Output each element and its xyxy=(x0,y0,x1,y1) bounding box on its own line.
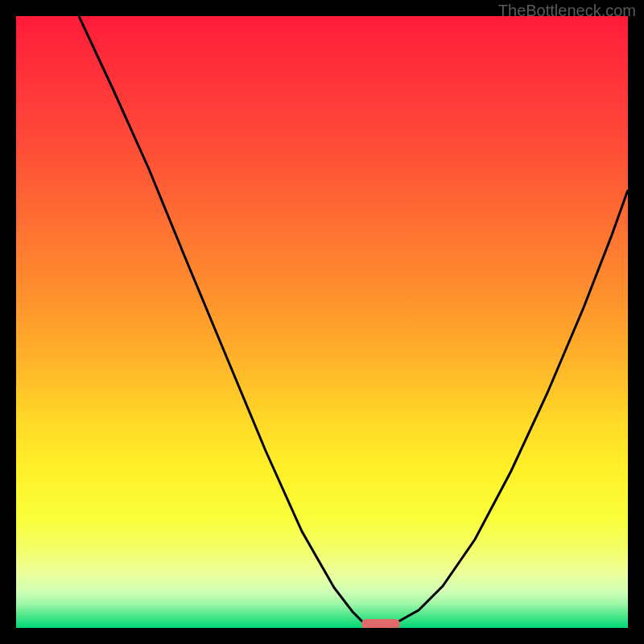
chart-frame xyxy=(0,0,644,644)
watermark-text: TheBottleneck.com xyxy=(498,2,636,20)
